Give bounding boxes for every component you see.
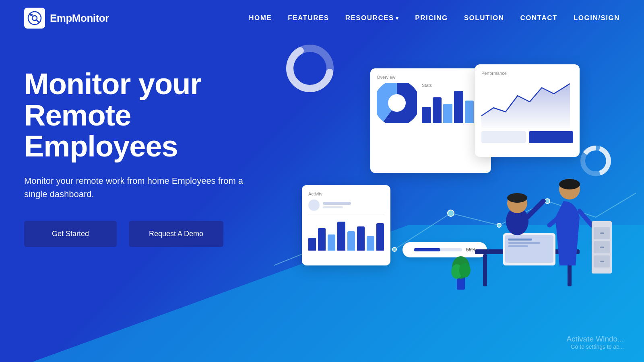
- svg-rect-36: [600, 261, 604, 262]
- logo-area[interactable]: EmpMonitor: [24, 8, 109, 29]
- svg-point-24: [507, 193, 527, 203]
- hero-buttons: Get Started Request A Demo: [24, 221, 282, 247]
- card1-label: Activity: [308, 191, 384, 196]
- logo-text: EmpMonitor: [50, 12, 109, 25]
- svg-rect-34: [600, 232, 604, 234]
- card3-chart: [481, 76, 570, 128]
- nav-links: HOME FEATURES RESOURCES PRICING SOLUTION…: [249, 14, 620, 22]
- svg-rect-15: [483, 254, 487, 286]
- svg-point-27: [559, 179, 580, 189]
- nav-home[interactable]: HOME: [249, 14, 272, 22]
- request-demo-button[interactable]: Request A Demo: [129, 221, 223, 247]
- nav-solution[interactable]: SOLUTION: [464, 14, 504, 22]
- page-wrapper: EmpMonitor HOME FEATURES RESOURCES PRICI…: [0, 0, 644, 362]
- nav-features[interactable]: FEATURES: [288, 14, 329, 22]
- nav-login[interactable]: LOGIN/SIGN: [574, 14, 620, 22]
- svg-rect-19: [508, 239, 532, 241]
- card3-label: Performance: [481, 71, 573, 76]
- card2-pie: [377, 83, 417, 123]
- svg-point-3: [30, 14, 33, 16]
- card2-label: Overview: [377, 75, 485, 80]
- persons-illustration: [443, 121, 612, 314]
- svg-point-13: [388, 94, 406, 112]
- logo-icon: [24, 8, 45, 29]
- donut-decoration: [286, 44, 334, 93]
- hero-illustration: Activity: [298, 52, 620, 314]
- nav-contact[interactable]: CONTACT: [520, 14, 557, 22]
- svg-rect-20: [508, 242, 540, 244]
- svg-rect-21: [508, 245, 528, 247]
- svg-line-29: [580, 211, 592, 225]
- hero-title: Monitor your Remote Employees: [24, 68, 282, 162]
- hero-subtitle: Monitor your remote work from home Emplo…: [24, 174, 250, 201]
- logo-svg: [27, 11, 42, 25]
- svg-point-40: [459, 263, 471, 278]
- hero-content: Monitor your Remote Employees Monitor yo…: [24, 52, 282, 247]
- nav-pricing[interactable]: PRICING: [415, 14, 448, 22]
- card1-divider: [308, 214, 384, 214]
- svg-line-2: [36, 20, 39, 22]
- svg-line-25: [527, 201, 543, 217]
- dashboard-card-1: Activity: [302, 185, 390, 265]
- hero-section: Monitor your Remote Employees Monitor yo…: [0, 36, 644, 314]
- card1-bars: [308, 218, 384, 251]
- nav-resources[interactable]: RESOURCES: [345, 14, 399, 22]
- svg-point-5: [392, 247, 396, 251]
- svg-point-0: [28, 12, 41, 25]
- activate-watermark: Activate Windo... Go to settings to ac..…: [566, 335, 624, 350]
- svg-rect-35: [600, 247, 604, 248]
- get-started-button[interactable]: Get Started: [24, 221, 117, 247]
- navbar: EmpMonitor HOME FEATURES RESOURCES PRICI…: [0, 0, 644, 36]
